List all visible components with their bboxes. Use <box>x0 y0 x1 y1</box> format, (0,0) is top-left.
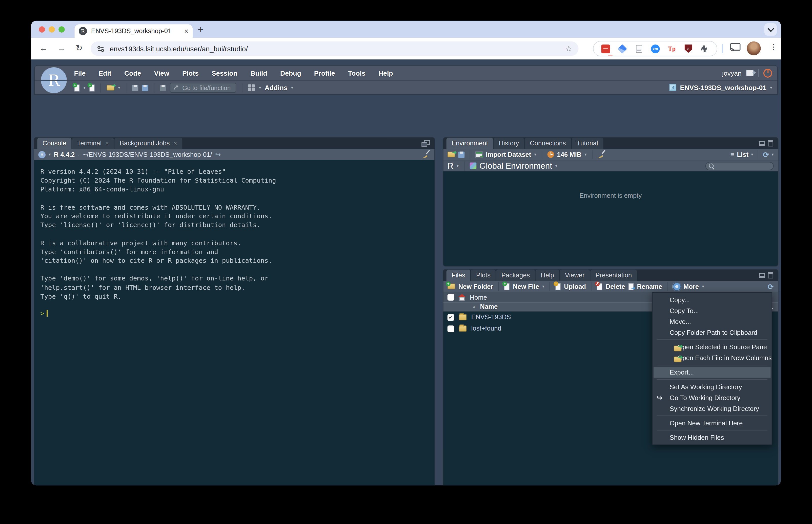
tab-search-button[interactable] <box>764 23 777 36</box>
list-view-icon[interactable]: ≡ <box>731 150 735 158</box>
more-gear-icon[interactable] <box>673 283 680 290</box>
menu-tools[interactable]: Tools <box>348 69 366 77</box>
load-workspace-icon[interactable]: ➜ <box>447 151 455 157</box>
document-extension-icon[interactable] <box>635 44 643 53</box>
tab-environment[interactable]: Environment <box>446 137 493 149</box>
minimize-pane-icon[interactable] <box>759 273 765 277</box>
file-checkbox[interactable]: ✓ <box>447 314 454 321</box>
clear-environment-icon[interactable] <box>598 150 606 159</box>
tab-close-icon[interactable]: × <box>184 27 189 35</box>
goto-file-function-box[interactable]: Go to file/function <box>170 83 236 93</box>
menu-view[interactable]: View <box>154 69 169 77</box>
menu-item-open-new-terminal[interactable]: Open New Terminal Here <box>653 417 772 428</box>
upload-icon[interactable]: ↑ <box>555 283 561 290</box>
maximize-pane-icon[interactable] <box>768 140 773 146</box>
tab-help[interactable]: Help <box>536 269 559 281</box>
addins-button[interactable]: Addins <box>265 84 288 92</box>
environment-search-input[interactable] <box>705 162 774 170</box>
menu-item-copy-folder-path[interactable]: Copy Folder Path to Clipboard <box>653 327 772 338</box>
console-output[interactable]: R version 4.4.2 (2024-10-31) -- "Pile of… <box>34 160 435 485</box>
new-file-icon[interactable]: + <box>74 84 80 91</box>
tab-history[interactable]: History <box>494 137 524 149</box>
menu-item-export[interactable]: Export... <box>654 367 770 378</box>
reload-button[interactable]: ↻ <box>76 43 82 53</box>
list-view-label[interactable]: List <box>737 151 748 158</box>
back-button[interactable]: ← <box>39 43 48 53</box>
tab-viewer[interactable]: Viewer <box>560 269 590 281</box>
menu-plots[interactable]: Plots <box>182 69 199 77</box>
menu-build[interactable]: Build <box>250 69 267 77</box>
forward-button[interactable]: → <box>58 43 66 53</box>
menu-item-open-each-file[interactable]: ➜Open Each File in New Columns <box>653 352 772 363</box>
power-button[interactable] <box>763 68 772 77</box>
new-file-button[interactable]: New File <box>513 283 539 290</box>
minimize-pane-icon[interactable] <box>759 141 765 146</box>
textexpander-extension-icon[interactable]: Tp <box>667 44 676 53</box>
address-bar[interactable]: envs193ds.lsit.ucsb.edu/user/an_bui/rstu… <box>91 42 578 56</box>
clear-console-icon[interactable] <box>422 150 430 159</box>
maximize-pane-icon[interactable] <box>768 272 773 278</box>
tab-tutorial[interactable]: Tutorial <box>572 137 603 149</box>
memory-caret[interactable]: ▾ <box>585 152 587 157</box>
language-caret[interactable]: ▾ <box>457 164 459 168</box>
new-folder-icon[interactable]: + <box>447 283 455 289</box>
tab-presentation[interactable]: Presentation <box>590 269 637 281</box>
rename-icon[interactable]: ➜ <box>628 283 634 290</box>
delete-button[interactable]: Delete <box>606 283 625 290</box>
open-file-icon[interactable]: ➜ <box>107 85 115 91</box>
new-folder-button[interactable]: New Folder <box>458 283 493 290</box>
open-directory-icon[interactable]: ↪ <box>215 150 221 158</box>
tab-terminal[interactable]: Terminal× <box>72 137 114 149</box>
new-file-icon[interactable]: + <box>504 283 510 290</box>
more-caret[interactable]: ▾ <box>702 284 704 289</box>
open-file-caret[interactable]: ▾ <box>118 85 120 90</box>
new-file-caret[interactable]: ▾ <box>542 284 544 289</box>
pane-layout-icon[interactable] <box>248 84 255 91</box>
pane-layout-caret[interactable]: ▾ <box>259 85 261 90</box>
zoom-extension-icon[interactable]: zm <box>651 44 660 53</box>
import-dataset-caret[interactable]: ▾ <box>534 152 536 157</box>
drive-extension-icon[interactable] <box>618 44 627 53</box>
save-workspace-icon[interactable] <box>458 151 465 158</box>
addins-caret[interactable]: ▾ <box>291 85 293 90</box>
tab-files[interactable]: Files <box>446 269 471 281</box>
scope-caret[interactable]: ▾ <box>555 164 557 168</box>
close-icon[interactable]: × <box>105 140 109 147</box>
tab-packages[interactable]: Packages <box>496 269 535 281</box>
browser-menu-icon[interactable]: ⋮ <box>769 43 777 52</box>
menu-item-show-hidden-files[interactable]: Show Hidden Files <box>653 432 772 443</box>
refresh-files-icon[interactable]: ⟳ <box>768 283 774 290</box>
close-icon[interactable]: × <box>173 140 177 147</box>
menu-file[interactable]: File <box>74 69 86 77</box>
memory-usage-icon[interactable] <box>547 151 554 158</box>
project-selector[interactable]: ENVS-193DS_workshop-01 <box>680 83 766 91</box>
extensions-puzzle-icon[interactable] <box>700 45 709 53</box>
profile-avatar[interactable] <box>747 42 761 55</box>
new-file-caret[interactable]: ▾ <box>83 85 85 90</box>
breadcrumb-home[interactable]: Home <box>470 294 487 301</box>
file-checkbox[interactable]: ✓ <box>447 325 454 332</box>
menu-item-go-to-working-directory[interactable]: ↪Go To Working Directory <box>653 392 772 403</box>
menu-code[interactable]: Code <box>124 69 141 77</box>
site-settings-icon[interactable] <box>97 45 105 53</box>
file-name[interactable]: lost+found <box>471 325 501 332</box>
close-window-button[interactable] <box>39 26 45 33</box>
save-icon[interactable] <box>132 85 139 91</box>
refresh-caret[interactable]: ▾ <box>772 152 774 157</box>
maximize-window-button[interactable] <box>59 26 65 33</box>
list-view-caret[interactable]: ▾ <box>751 152 753 157</box>
working-directory-path[interactable]: ~/ENVS-193DS/ENVS-193DS_workshop-01/ <box>83 151 212 158</box>
restore-pane-icon[interactable] <box>421 140 430 147</box>
language-selector[interactable]: R <box>447 161 453 170</box>
upload-button[interactable]: Upload <box>564 283 586 290</box>
import-dataset-button[interactable]: Import Dataset <box>486 151 531 158</box>
menu-item-synchronize-working-directory[interactable]: Synchronize Working Directory <box>653 403 772 414</box>
save-all-icon[interactable] <box>142 85 148 91</box>
column-header-name[interactable]: Name <box>480 303 498 311</box>
bookmark-star-icon[interactable]: ☆ <box>565 44 572 53</box>
minimize-window-button[interactable] <box>49 26 55 33</box>
menu-debug[interactable]: Debug <box>280 69 301 77</box>
sort-ascending-icon[interactable]: ▲ <box>472 304 476 309</box>
menu-item-open-selected[interactable]: ➜Open Selected in Source Pane <box>653 341 772 352</box>
menu-item-copy[interactable]: Copy... <box>653 294 772 305</box>
